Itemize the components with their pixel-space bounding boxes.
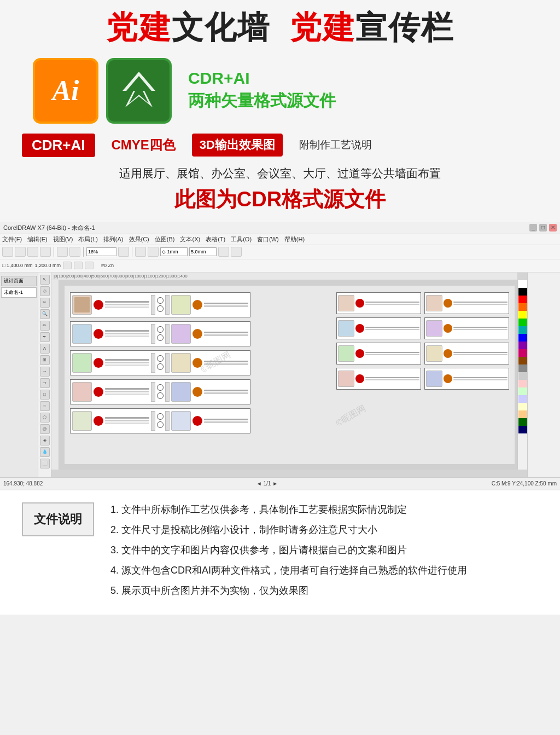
- tb-save[interactable]: [27, 247, 38, 257]
- panel-1-thumb: [72, 295, 92, 315]
- page-tab-unnamed[interactable]: 未命名-1: [1, 287, 37, 298]
- palette-black[interactable]: [518, 288, 527, 296]
- right-mini-panels: [336, 292, 509, 390]
- mini-panel-row-3: [336, 343, 509, 364]
- tool-rect[interactable]: □: [40, 390, 50, 400]
- palette-darkgreen[interactable]: [518, 418, 527, 426]
- tb-new[interactable]: [2, 247, 13, 257]
- menu-help[interactable]: 帮助(H): [284, 235, 305, 244]
- menu-file[interactable]: 文件(F): [2, 235, 22, 244]
- menu-edit[interactable]: 编辑(E): [27, 235, 48, 244]
- tb-redo[interactable]: [69, 247, 80, 257]
- tb2-size1: □ 1,400.0 mm: [2, 263, 32, 268]
- palette-lightgray[interactable]: [518, 372, 527, 380]
- close-btn[interactable]: ✕: [549, 224, 557, 232]
- menu-view[interactable]: 视图(V): [53, 235, 73, 244]
- tb-extra[interactable]: [218, 247, 229, 257]
- cdr-canvas: |0|100|200|300|400|500|600|700|800|900|1…: [51, 273, 527, 477]
- tb-open[interactable]: [15, 247, 26, 257]
- tool-blend[interactable]: ⬜: [40, 459, 50, 468]
- tool-shape[interactable]: ◇: [40, 286, 50, 296]
- cdr-left-tools: ↖ ◇ ✂ 🔍 ✏ ✒ A ⊞ ↔ ⊸ □ ○ ⬡ @ ◈ 💧 ⬜: [38, 273, 51, 477]
- main-panels-group: [70, 292, 250, 437]
- cdr-titlebar-text: CorelDRAW X7 (64-Bit) - 未命名-1: [3, 224, 95, 232]
- menu-window[interactable]: 窗口(W): [257, 235, 279, 244]
- cdr-format-title: 此图为CDR格式源文件: [0, 183, 560, 222]
- tool-table[interactable]: ⊞: [40, 355, 50, 365]
- palette-green[interactable]: [518, 319, 527, 326]
- snap-input2[interactable]: [189, 247, 217, 256]
- page-tab-design[interactable]: 设计页面: [1, 276, 37, 286]
- menu-effects[interactable]: 效果(C): [129, 235, 149, 244]
- cdr-toolbar: [0, 245, 560, 259]
- panel-1-circles: [157, 297, 164, 312]
- tool-select[interactable]: ↖: [40, 275, 50, 285]
- menu-tools[interactable]: 工具(O): [231, 235, 252, 244]
- palette-peach[interactable]: [518, 410, 527, 418]
- tool-crop[interactable]: ✂: [40, 298, 50, 308]
- palette-cyan[interactable]: [518, 326, 527, 334]
- tb-undo[interactable]: [57, 247, 68, 257]
- palette-orange[interactable]: [518, 303, 527, 311]
- cdr-statusbar: 164.930; 48.882 ◄ 1/1 ► C:5 M:9 Y:24,100…: [0, 477, 560, 489]
- palette-yellow[interactable]: [518, 311, 527, 319]
- tool-fill[interactable]: ◈: [40, 436, 50, 445]
- page-next-btn[interactable]: ►: [272, 481, 278, 487]
- tb-grid[interactable]: [148, 247, 159, 257]
- menu-table[interactable]: 表格(T): [206, 235, 225, 244]
- palette-white[interactable]: [518, 280, 527, 288]
- palette-red[interactable]: [518, 296, 527, 303]
- palette-purple[interactable]: [518, 342, 527, 349]
- mini-panel-5: [336, 343, 421, 364]
- tool-pen[interactable]: ✒: [40, 332, 50, 342]
- tool-text[interactable]: A: [40, 344, 50, 354]
- menu-arrange[interactable]: 排列(A): [103, 235, 124, 244]
- palette-lightblue[interactable]: [518, 395, 527, 403]
- palette-lightgreen[interactable]: [518, 387, 527, 395]
- panel-1-sep2: [165, 295, 170, 315]
- tool-ellipse[interactable]: ○: [40, 401, 50, 411]
- tool-polygon[interactable]: ⬡: [40, 413, 50, 423]
- header-section: 党建文化墙 党建宣传栏: [0, 0, 560, 50]
- tb2-btn2[interactable]: [74, 262, 83, 269]
- panel-3-thumb: [72, 353, 92, 373]
- palette-brown[interactable]: [518, 357, 527, 364]
- page-num: 1/1: [264, 481, 271, 487]
- panel-3-icon: [94, 358, 103, 368]
- panel-1-lines: [105, 301, 149, 308]
- palette-lightred[interactable]: [518, 380, 527, 387]
- panel-5-thumb2: [171, 411, 191, 431]
- tb2-btn3[interactable]: [85, 262, 94, 269]
- snap-input[interactable]: [160, 247, 188, 256]
- panel-5-thumb: [72, 411, 92, 431]
- palette-gray[interactable]: [518, 364, 527, 372]
- menu-text[interactable]: 文本(X): [180, 235, 200, 244]
- file-notes-label: 文件说明: [22, 502, 94, 536]
- palette-lightyellow[interactable]: [518, 403, 527, 410]
- tool-spiral[interactable]: @: [40, 424, 50, 434]
- canvas-paper: ©昵图网 ©昵图网: [65, 286, 515, 464]
- palette-pink[interactable]: [518, 349, 527, 357]
- cdr-toolbar2: □ 1,400.0 mm 1,200.0 mm #0 Zn: [0, 259, 560, 273]
- tb-print[interactable]: [40, 247, 51, 257]
- tool-freehand[interactable]: ✏: [40, 321, 50, 331]
- tool-zoom[interactable]: 🔍: [40, 309, 50, 319]
- panel-1-lines2: [204, 303, 248, 307]
- tb-zoom[interactable]: [118, 247, 129, 257]
- cdr-right-panel: [527, 273, 560, 477]
- page-prev-btn[interactable]: ◄: [256, 481, 262, 487]
- menu-layout[interactable]: 布局(L): [78, 235, 97, 244]
- palette-blue[interactable]: [518, 334, 527, 342]
- menu-bitmap[interactable]: 位图(B): [155, 235, 175, 244]
- tool-dimension[interactable]: ↔: [40, 367, 50, 377]
- tb2-btn1[interactable]: [63, 262, 72, 269]
- tool-connector[interactable]: ⊸: [40, 378, 50, 388]
- restore-btn[interactable]: □: [539, 224, 547, 232]
- tb-extra2[interactable]: [231, 247, 242, 257]
- panel-5-lines2: [204, 419, 248, 423]
- zoom-input[interactable]: [86, 247, 116, 256]
- minimize-btn[interactable]: _: [529, 224, 537, 232]
- tool-eyedropper[interactable]: 💧: [40, 447, 50, 457]
- tb-snap[interactable]: [135, 247, 146, 257]
- palette-darkblue[interactable]: [518, 426, 527, 433]
